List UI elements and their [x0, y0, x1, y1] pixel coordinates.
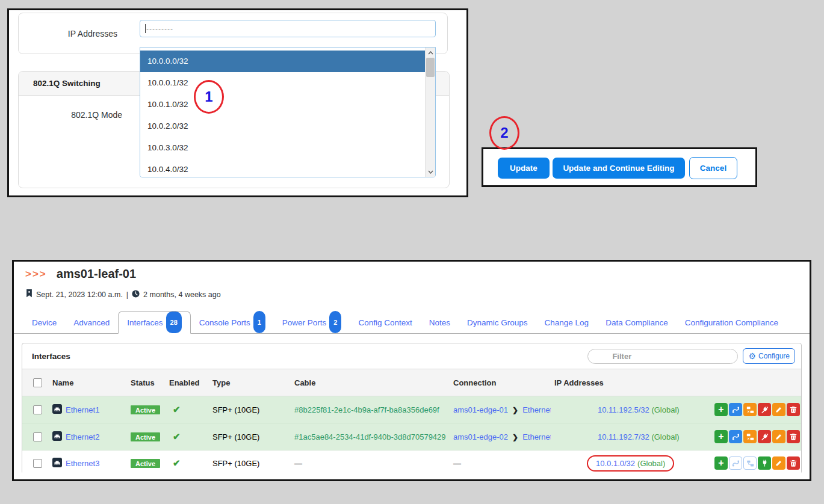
col-header-connection: Connection — [450, 378, 551, 387]
scroll-down-icon[interactable] — [426, 167, 435, 177]
cancel-button[interactable]: Cancel — [689, 157, 737, 179]
ip-address-link[interactable]: 10.11.192.7/32 — [598, 432, 649, 441]
dot1q-mode-label: 802.1Q Mode — [21, 110, 122, 120]
dot1q-section-title: 802.1Q Switching — [33, 79, 101, 88]
row-actions: + — [712, 456, 801, 470]
tab-config-context[interactable]: Config Context — [350, 313, 420, 333]
connect-cable-button[interactable] — [758, 456, 771, 470]
dropdown-scrollbar[interactable] — [425, 48, 435, 177]
enabled-check-icon: ✔ — [169, 458, 181, 468]
connection-port-link[interactable]: Ethernet3/1 — [522, 432, 551, 441]
swap-devices-icon — [746, 459, 754, 467]
option-ip-5[interactable]: 10.0.4.0/32 — [140, 159, 435, 177]
tab-interfaces[interactable]: Interfaces28 — [118, 311, 191, 334]
gear-icon: ⚙ — [748, 352, 756, 360]
status-badge: Active — [131, 432, 160, 441]
device-detail-panel: >>> ams01-leaf-01 Sept. 21, 2023 12:00 a… — [12, 260, 811, 481]
cable-link[interactable]: #8b225f81-2e1c-4b9a-af7f-ba8a356de69f — [294, 405, 439, 414]
add-ip-button[interactable]: + — [714, 403, 728, 416]
trace-cable-button[interactable] — [729, 430, 742, 443]
row-checkbox[interactable] — [33, 459, 42, 468]
ip-address-link[interactable]: 10.11.192.5/32 — [598, 405, 649, 414]
connection-port-link[interactable]: Ethernet3/1 — [522, 405, 551, 414]
ip-address-cell: 10.11.192.5/32 (Global) — [551, 405, 712, 414]
option-ip-1[interactable]: 10.0.0.1/32 — [140, 72, 435, 94]
tab-change-log[interactable]: Change Log — [536, 313, 598, 333]
tab-advanced[interactable]: Advanced — [65, 313, 118, 333]
tab-console-ports[interactable]: Console Ports1 — [191, 311, 274, 333]
pencil-icon — [775, 406, 782, 413]
edit-interface-button[interactable] — [772, 430, 785, 443]
disconnect-plug-icon — [761, 433, 769, 441]
annotation-number-1: 1 — [205, 88, 212, 105]
ip-addresses-label: IP Addresses — [21, 29, 117, 38]
tab-configuration-compliance[interactable]: Configuration Compliance — [677, 313, 787, 333]
ethernet-port-icon — [52, 458, 62, 469]
last-updated-text: 2 months, 4 weeks ago — [143, 290, 221, 299]
trace-cable-button[interactable] — [729, 403, 742, 416]
select-all-checkbox[interactable] — [33, 378, 42, 387]
screenshot-root: IP Addresses 802.1Q Switching 802.1Q Mod… — [0, 0, 824, 504]
connection-device-link[interactable]: ams01-edge-01 — [453, 405, 508, 414]
chevron-right-icon: ❯ — [512, 433, 518, 441]
col-header-type: Type — [209, 378, 291, 387]
ip-scope-label: (Global) — [637, 459, 665, 468]
configure-button[interactable]: ⚙ Configure — [743, 348, 795, 364]
disconnect-cable-button[interactable] — [758, 403, 771, 416]
delete-interface-button[interactable] — [787, 430, 800, 443]
trace-icon — [732, 406, 740, 414]
scrollbar-thumb[interactable] — [426, 58, 435, 77]
option-ip-0[interactable]: 10.0.0.0/32 — [140, 51, 435, 72]
option-ip-3[interactable]: 10.0.2.0/32 — [140, 115, 435, 137]
plus-icon: + — [718, 432, 723, 441]
interfaces-card-title: Interfaces — [32, 352, 587, 361]
filter-input[interactable] — [587, 349, 738, 364]
swap-cable-button[interactable] — [743, 430, 757, 443]
ethernet-port-icon — [52, 431, 62, 443]
add-ip-button[interactable]: + — [714, 430, 728, 443]
col-header-enabled: Enabled — [166, 378, 209, 387]
col-header-status: Status — [127, 378, 166, 387]
tab-power-ports[interactable]: Power Ports2 — [274, 311, 350, 333]
interface-type: SFP+ (10GE) — [209, 405, 291, 414]
update-button[interactable]: Update — [498, 158, 550, 179]
row-checkbox[interactable] — [33, 405, 42, 414]
connect-plug-icon — [761, 459, 769, 467]
ip-address-cell: 10.11.192.7/32 (Global) — [551, 432, 712, 441]
edit-interface-button[interactable] — [772, 456, 785, 470]
ip-address-options-list: 10.0.0.0/32 10.0.0.1/32 10.0.1.0/32 10.0… — [140, 47, 436, 177]
ip-address-cell: 10.0.1.0/32 (Global) — [551, 455, 712, 472]
power-ports-count-badge: 2 — [329, 311, 341, 333]
cable-link[interactable]: #1ac5ae84-2534-41df-940b-3d8d70579429 — [294, 432, 446, 441]
option-ip-2[interactable]: 10.0.1.0/32 — [140, 94, 435, 115]
table-header-row: Name Status Enabled Type Cable Connectio… — [22, 369, 801, 396]
interface-link[interactable]: Ethernet3 — [66, 459, 99, 468]
interface-link[interactable]: Ethernet2 — [66, 432, 99, 441]
ip-address-link[interactable]: 10.0.1.0/32 — [596, 459, 635, 468]
enabled-check-icon: ✔ — [169, 404, 181, 414]
tab-data-compliance[interactable]: Data Compliance — [597, 313, 677, 333]
delete-interface-button[interactable] — [787, 403, 800, 416]
delete-interface-button[interactable] — [787, 456, 800, 470]
interface-edit-form-panel: IP Addresses 802.1Q Switching 802.1Q Mod… — [7, 8, 468, 197]
bookmark-icon — [26, 289, 33, 300]
option-ip-4[interactable]: 10.0.3.0/32 — [140, 137, 435, 159]
disconnect-cable-button[interactable] — [758, 430, 771, 443]
col-header-name: Name — [49, 378, 127, 387]
edit-interface-button[interactable] — [772, 403, 785, 416]
interface-link[interactable]: Ethernet1 — [66, 405, 99, 414]
row-checkbox[interactable] — [33, 432, 42, 441]
annotation-number-2: 2 — [500, 124, 508, 141]
ip-address-search-input[interactable]: --------- — [140, 20, 436, 37]
scroll-up-icon[interactable] — [426, 48, 435, 58]
swap-cable-button[interactable] — [743, 403, 757, 416]
tab-dynamic-groups[interactable]: Dynamic Groups — [459, 313, 536, 333]
connection-device-link[interactable]: ams01-edge-02 — [453, 432, 508, 441]
tab-device[interactable]: Device — [23, 313, 65, 333]
swap-devices-icon — [746, 433, 754, 441]
interface-type: SFP+ (10GE) — [209, 432, 291, 441]
add-ip-button[interactable]: + — [714, 456, 728, 470]
col-header-cable: Cable — [291, 378, 450, 387]
update-and-continue-button[interactable]: Update and Continue Editing — [553, 158, 685, 179]
tab-notes[interactable]: Notes — [421, 313, 459, 333]
